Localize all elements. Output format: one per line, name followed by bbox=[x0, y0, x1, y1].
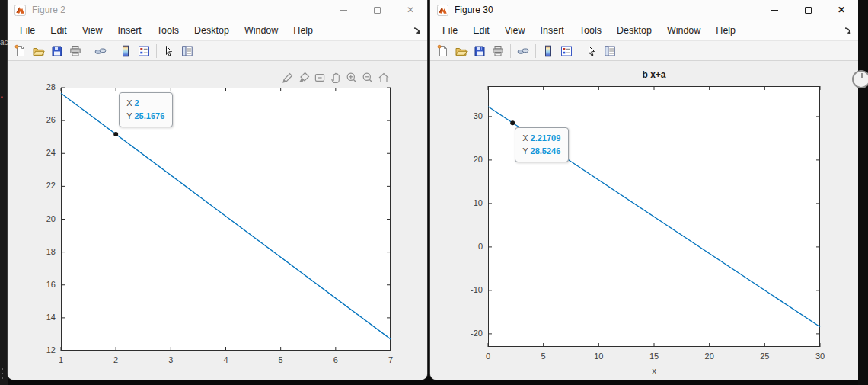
titlebar[interactable]: Figure 2 ✕ bbox=[8, 0, 427, 20]
link-plot-icon[interactable] bbox=[91, 42, 110, 59]
window-title: Figure 30 bbox=[455, 5, 493, 15]
insert-colorbar-icon[interactable] bbox=[116, 42, 135, 59]
menu-item-file[interactable]: File bbox=[435, 23, 465, 38]
datatip-y-label: Y bbox=[522, 146, 528, 156]
print-figure-icon[interactable] bbox=[489, 42, 507, 59]
menu-item-view[interactable]: View bbox=[497, 23, 533, 38]
menu-bar: FileEditViewInsertToolsDesktopWindowHelp bbox=[8, 20, 427, 40]
toolbar-separator bbox=[156, 44, 157, 58]
matlab-logo-icon bbox=[14, 5, 26, 16]
insert-legend-icon[interactable] bbox=[557, 42, 576, 59]
datatip-x-label: X bbox=[126, 98, 132, 107]
pan-icon[interactable] bbox=[328, 70, 343, 85]
axes-toolbar bbox=[280, 70, 391, 85]
background-red-dot bbox=[1, 96, 3, 98]
figure-canvas: X2 Y25.1676 1234567121416182022242628 bbox=[8, 61, 427, 380]
datatip-x-value: 2.21709 bbox=[531, 133, 561, 143]
screen-edge-strip bbox=[858, 0, 868, 385]
toolbar-separator bbox=[113, 44, 113, 58]
maximize-button[interactable] bbox=[791, 0, 825, 20]
maximize-button[interactable] bbox=[360, 0, 394, 20]
datatip-y-value: 25.1676 bbox=[135, 111, 165, 120]
menu-overflow-icon[interactable] bbox=[413, 24, 421, 38]
menu-item-desktop[interactable]: Desktop bbox=[609, 23, 659, 38]
open-file-icon[interactable] bbox=[30, 42, 48, 59]
figure-canvas: b x+a x X2.21709 Y28.5246 051015202530-2… bbox=[430, 61, 858, 380]
menu-item-tools[interactable]: Tools bbox=[572, 23, 609, 38]
figure-window-2: Figure 2 ✕ FileEditViewInsertToolsDeskto… bbox=[8, 0, 427, 380]
figure-toolbar bbox=[430, 40, 858, 61]
toolbar-separator bbox=[535, 44, 536, 58]
insert-colorbar-icon[interactable] bbox=[539, 42, 557, 59]
property-inspector-icon[interactable] bbox=[601, 42, 619, 59]
menu-overflow-icon[interactable] bbox=[844, 24, 852, 38]
matlab-logo-icon bbox=[437, 5, 448, 16]
edit-plot-arrow-icon[interactable] bbox=[582, 42, 601, 59]
open-file-icon[interactable] bbox=[452, 42, 471, 59]
link-plot-icon[interactable] bbox=[514, 42, 532, 59]
minimize-button[interactable] bbox=[327, 0, 360, 20]
menu-item-insert[interactable]: Insert bbox=[110, 23, 149, 38]
background-window-strip bbox=[0, 0, 8, 385]
figure-toolbar bbox=[8, 40, 427, 61]
datatip-y-value: 28.5246 bbox=[531, 146, 561, 156]
menu-item-file[interactable]: File bbox=[12, 23, 43, 38]
menu-item-view[interactable]: View bbox=[75, 23, 110, 38]
new-document-icon[interactable] bbox=[11, 42, 30, 59]
datatip[interactable]: X2 Y25.1676 bbox=[119, 92, 173, 127]
brush-data-icon[interactable] bbox=[296, 70, 311, 85]
datatip-marker[interactable] bbox=[113, 132, 118, 136]
close-button[interactable]: ✕ bbox=[394, 0, 427, 20]
data-tips-icon[interactable] bbox=[312, 70, 327, 85]
toolbar-separator bbox=[579, 44, 579, 58]
new-document-icon[interactable] bbox=[434, 42, 452, 59]
close-button[interactable]: ✕ bbox=[825, 0, 858, 20]
menu-item-edit[interactable]: Edit bbox=[43, 23, 75, 38]
menu-item-tools[interactable]: Tools bbox=[149, 23, 187, 38]
edge-clock-widget[interactable] bbox=[852, 70, 868, 88]
plot-layer bbox=[430, 61, 858, 378]
save-figure-icon[interactable] bbox=[471, 42, 489, 59]
plot-line[interactable] bbox=[61, 93, 391, 339]
titlebar[interactable]: Figure 30 ✕ bbox=[430, 0, 858, 20]
menu-item-desktop[interactable]: Desktop bbox=[187, 23, 237, 38]
toolbar-separator bbox=[88, 44, 88, 58]
datatip[interactable]: X2.21709 Y28.5246 bbox=[515, 127, 569, 162]
menu-item-edit[interactable]: Edit bbox=[465, 23, 497, 38]
menu-item-help[interactable]: Help bbox=[708, 23, 743, 38]
restore-view-icon[interactable] bbox=[376, 70, 391, 85]
datatip-x-label: X bbox=[522, 133, 528, 143]
insert-legend-icon[interactable] bbox=[135, 42, 153, 59]
plot-layer bbox=[8, 61, 427, 378]
menu-item-insert[interactable]: Insert bbox=[533, 23, 572, 38]
toolbar-separator bbox=[510, 44, 511, 58]
property-inspector-icon[interactable] bbox=[178, 42, 196, 59]
figure-window-30: Figure 30 ✕ FileEditViewInsertToolsDeskt… bbox=[430, 0, 858, 380]
datatip-y-label: Y bbox=[126, 111, 132, 120]
menu-item-help[interactable]: Help bbox=[286, 23, 321, 38]
menu-bar: FileEditViewInsertToolsDesktopWindowHelp bbox=[430, 20, 858, 40]
menu-item-window[interactable]: Window bbox=[659, 23, 708, 38]
edit-plot-arrow-icon[interactable] bbox=[160, 42, 178, 59]
minimize-button[interactable] bbox=[758, 0, 791, 20]
save-figure-icon[interactable] bbox=[48, 42, 66, 59]
export-icon[interactable] bbox=[280, 70, 295, 85]
zoom-out-icon[interactable] bbox=[360, 70, 375, 85]
zoom-in-icon[interactable] bbox=[344, 70, 359, 85]
background-window-text: ac bbox=[0, 38, 8, 47]
datatip-x-value: 2 bbox=[135, 98, 139, 107]
print-figure-icon[interactable] bbox=[66, 42, 85, 59]
datatip-marker[interactable] bbox=[510, 120, 515, 125]
window-title: Figure 2 bbox=[32, 5, 65, 15]
menu-item-window[interactable]: Window bbox=[237, 23, 286, 38]
